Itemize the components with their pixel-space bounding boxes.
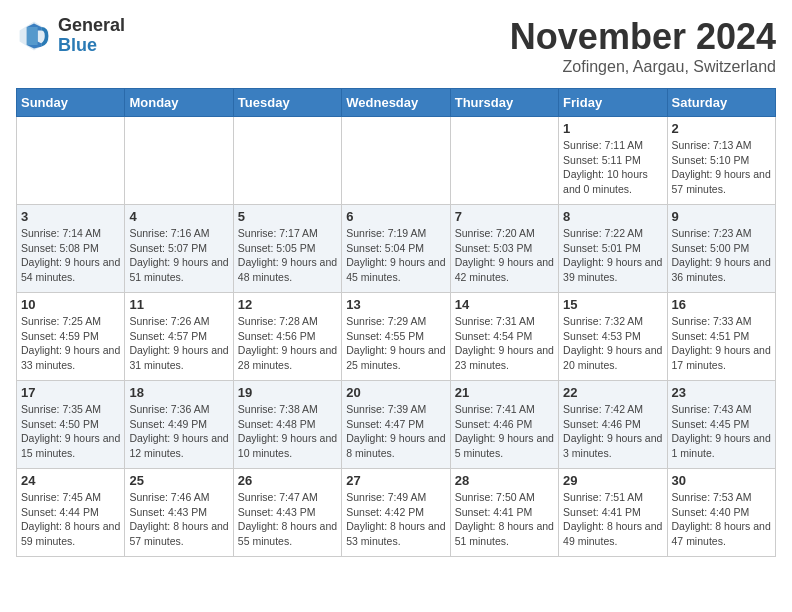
header: General Blue November 2024 Zofingen, Aar… (16, 16, 776, 76)
day-number: 18 (129, 385, 228, 400)
day-number: 10 (21, 297, 120, 312)
day-info: Sunrise: 7:20 AM Sunset: 5:03 PM Dayligh… (455, 226, 554, 285)
day-cell-w1-d6: 1Sunrise: 7:11 AM Sunset: 5:11 PM Daylig… (559, 117, 667, 205)
day-number: 6 (346, 209, 445, 224)
day-info: Sunrise: 7:47 AM Sunset: 4:43 PM Dayligh… (238, 490, 337, 549)
day-cell-w5-d6: 29Sunrise: 7:51 AM Sunset: 4:41 PM Dayli… (559, 469, 667, 557)
day-number: 28 (455, 473, 554, 488)
title-block: November 2024 Zofingen, Aargau, Switzerl… (510, 16, 776, 76)
day-info: Sunrise: 7:33 AM Sunset: 4:51 PM Dayligh… (672, 314, 771, 373)
location-subtitle: Zofingen, Aargau, Switzerland (510, 58, 776, 76)
header-sunday: Sunday (17, 89, 125, 117)
logo-general: General (58, 15, 125, 35)
day-info: Sunrise: 7:26 AM Sunset: 4:57 PM Dayligh… (129, 314, 228, 373)
day-number: 26 (238, 473, 337, 488)
day-cell-w1-d1 (17, 117, 125, 205)
header-thursday: Thursday (450, 89, 558, 117)
day-number: 7 (455, 209, 554, 224)
day-info: Sunrise: 7:46 AM Sunset: 4:43 PM Dayligh… (129, 490, 228, 549)
calendar-table: Sunday Monday Tuesday Wednesday Thursday… (16, 88, 776, 557)
day-number: 3 (21, 209, 120, 224)
day-info: Sunrise: 7:42 AM Sunset: 4:46 PM Dayligh… (563, 402, 662, 461)
day-cell-w4-d1: 17Sunrise: 7:35 AM Sunset: 4:50 PM Dayli… (17, 381, 125, 469)
day-cell-w3-d2: 11Sunrise: 7:26 AM Sunset: 4:57 PM Dayli… (125, 293, 233, 381)
day-cell-w5-d1: 24Sunrise: 7:45 AM Sunset: 4:44 PM Dayli… (17, 469, 125, 557)
header-monday: Monday (125, 89, 233, 117)
day-cell-w5-d4: 27Sunrise: 7:49 AM Sunset: 4:42 PM Dayli… (342, 469, 450, 557)
logo: General Blue (16, 16, 125, 56)
header-saturday: Saturday (667, 89, 775, 117)
day-info: Sunrise: 7:25 AM Sunset: 4:59 PM Dayligh… (21, 314, 120, 373)
day-info: Sunrise: 7:45 AM Sunset: 4:44 PM Dayligh… (21, 490, 120, 549)
day-cell-w3-d3: 12Sunrise: 7:28 AM Sunset: 4:56 PM Dayli… (233, 293, 341, 381)
week-row-3: 10Sunrise: 7:25 AM Sunset: 4:59 PM Dayli… (17, 293, 776, 381)
day-info: Sunrise: 7:19 AM Sunset: 5:04 PM Dayligh… (346, 226, 445, 285)
day-cell-w5-d3: 26Sunrise: 7:47 AM Sunset: 4:43 PM Dayli… (233, 469, 341, 557)
day-number: 17 (21, 385, 120, 400)
day-info: Sunrise: 7:50 AM Sunset: 4:41 PM Dayligh… (455, 490, 554, 549)
week-row-5: 24Sunrise: 7:45 AM Sunset: 4:44 PM Dayli… (17, 469, 776, 557)
day-info: Sunrise: 7:41 AM Sunset: 4:46 PM Dayligh… (455, 402, 554, 461)
day-cell-w3-d5: 14Sunrise: 7:31 AM Sunset: 4:54 PM Dayli… (450, 293, 558, 381)
day-cell-w4-d2: 18Sunrise: 7:36 AM Sunset: 4:49 PM Dayli… (125, 381, 233, 469)
day-number: 27 (346, 473, 445, 488)
day-number: 24 (21, 473, 120, 488)
logo-blue: Blue (58, 35, 97, 55)
day-cell-w4-d4: 20Sunrise: 7:39 AM Sunset: 4:47 PM Dayli… (342, 381, 450, 469)
day-cell-w4-d3: 19Sunrise: 7:38 AM Sunset: 4:48 PM Dayli… (233, 381, 341, 469)
logo-icon (16, 18, 52, 54)
day-info: Sunrise: 7:23 AM Sunset: 5:00 PM Dayligh… (672, 226, 771, 285)
day-cell-w5-d2: 25Sunrise: 7:46 AM Sunset: 4:43 PM Dayli… (125, 469, 233, 557)
day-cell-w1-d7: 2Sunrise: 7:13 AM Sunset: 5:10 PM Daylig… (667, 117, 775, 205)
day-cell-w1-d3 (233, 117, 341, 205)
day-info: Sunrise: 7:32 AM Sunset: 4:53 PM Dayligh… (563, 314, 662, 373)
day-cell-w1-d4 (342, 117, 450, 205)
day-cell-w3-d4: 13Sunrise: 7:29 AM Sunset: 4:55 PM Dayli… (342, 293, 450, 381)
day-info: Sunrise: 7:28 AM Sunset: 4:56 PM Dayligh… (238, 314, 337, 373)
day-cell-w2-d4: 6Sunrise: 7:19 AM Sunset: 5:04 PM Daylig… (342, 205, 450, 293)
day-number: 14 (455, 297, 554, 312)
day-info: Sunrise: 7:35 AM Sunset: 4:50 PM Dayligh… (21, 402, 120, 461)
header-wednesday: Wednesday (342, 89, 450, 117)
day-info: Sunrise: 7:13 AM Sunset: 5:10 PM Dayligh… (672, 138, 771, 197)
day-number: 5 (238, 209, 337, 224)
day-number: 23 (672, 385, 771, 400)
day-info: Sunrise: 7:39 AM Sunset: 4:47 PM Dayligh… (346, 402, 445, 461)
day-number: 11 (129, 297, 228, 312)
day-number: 22 (563, 385, 662, 400)
day-cell-w3-d1: 10Sunrise: 7:25 AM Sunset: 4:59 PM Dayli… (17, 293, 125, 381)
header-tuesday: Tuesday (233, 89, 341, 117)
week-row-4: 17Sunrise: 7:35 AM Sunset: 4:50 PM Dayli… (17, 381, 776, 469)
logo-text: General Blue (58, 16, 125, 56)
svg-rect-2 (27, 27, 38, 45)
day-cell-w5-d7: 30Sunrise: 7:53 AM Sunset: 4:40 PM Dayli… (667, 469, 775, 557)
day-cell-w2-d7: 9Sunrise: 7:23 AM Sunset: 5:00 PM Daylig… (667, 205, 775, 293)
day-number: 4 (129, 209, 228, 224)
day-cell-w4-d6: 22Sunrise: 7:42 AM Sunset: 4:46 PM Dayli… (559, 381, 667, 469)
day-number: 30 (672, 473, 771, 488)
day-number: 13 (346, 297, 445, 312)
day-info: Sunrise: 7:43 AM Sunset: 4:45 PM Dayligh… (672, 402, 771, 461)
day-info: Sunrise: 7:51 AM Sunset: 4:41 PM Dayligh… (563, 490, 662, 549)
day-info: Sunrise: 7:31 AM Sunset: 4:54 PM Dayligh… (455, 314, 554, 373)
day-info: Sunrise: 7:38 AM Sunset: 4:48 PM Dayligh… (238, 402, 337, 461)
day-cell-w5-d5: 28Sunrise: 7:50 AM Sunset: 4:41 PM Dayli… (450, 469, 558, 557)
day-info: Sunrise: 7:36 AM Sunset: 4:49 PM Dayligh… (129, 402, 228, 461)
day-number: 29 (563, 473, 662, 488)
header-friday: Friday (559, 89, 667, 117)
day-number: 15 (563, 297, 662, 312)
month-title: November 2024 (510, 16, 776, 58)
day-number: 25 (129, 473, 228, 488)
day-cell-w1-d2 (125, 117, 233, 205)
day-number: 8 (563, 209, 662, 224)
day-number: 9 (672, 209, 771, 224)
day-info: Sunrise: 7:53 AM Sunset: 4:40 PM Dayligh… (672, 490, 771, 549)
week-row-1: 1Sunrise: 7:11 AM Sunset: 5:11 PM Daylig… (17, 117, 776, 205)
day-info: Sunrise: 7:11 AM Sunset: 5:11 PM Dayligh… (563, 138, 662, 197)
week-row-2: 3Sunrise: 7:14 AM Sunset: 5:08 PM Daylig… (17, 205, 776, 293)
day-info: Sunrise: 7:22 AM Sunset: 5:01 PM Dayligh… (563, 226, 662, 285)
day-cell-w2-d1: 3Sunrise: 7:14 AM Sunset: 5:08 PM Daylig… (17, 205, 125, 293)
day-number: 21 (455, 385, 554, 400)
day-info: Sunrise: 7:49 AM Sunset: 4:42 PM Dayligh… (346, 490, 445, 549)
day-cell-w4-d5: 21Sunrise: 7:41 AM Sunset: 4:46 PM Dayli… (450, 381, 558, 469)
